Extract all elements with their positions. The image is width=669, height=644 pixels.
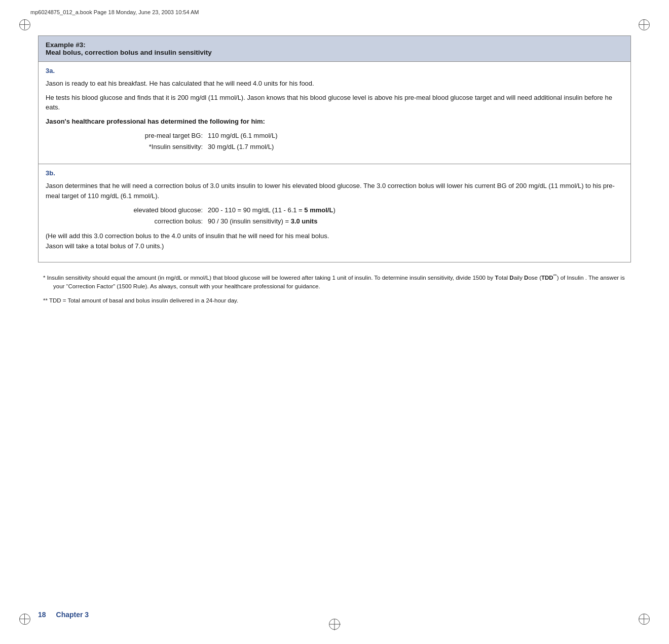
footnote-1-text3: aily xyxy=(514,275,524,281)
footnote-2-star: ** xyxy=(43,297,48,304)
corner-mark-tr xyxy=(639,19,650,30)
table-label-1: pre-meal target BG: xyxy=(106,130,208,141)
section-3b: 3b. Jason determines that he will need a… xyxy=(39,164,630,262)
section-3a-bold-line: Jason's healthcare professional has dete… xyxy=(46,117,623,127)
table-row-1: pre-meal target BG: 110 mg/dL (6.1 mmol/… xyxy=(106,130,623,141)
example-box: Example #3: Meal bolus, correction bolus… xyxy=(38,35,631,262)
crosshair-bl xyxy=(19,614,29,624)
section-3b-table-row1: elevated blood glucose: 200 - 110 = 90 m… xyxy=(106,205,623,216)
section-3a-para1: Jason is ready to eat his breakfast. He … xyxy=(46,79,623,89)
footnote-section: * Insulin sensitivity should equal the a… xyxy=(38,273,631,305)
table-label-2: *Insulin sensitivity: xyxy=(106,141,208,153)
file-header: mp6024875_012_a.book Page 18 Monday, Jun… xyxy=(30,9,639,15)
section-3b-value-1-bold: 5 mmol/L xyxy=(304,206,333,214)
footnote-2: ** TDD = Total amount of basal and bolus… xyxy=(43,296,626,305)
page-footer: 18 Chapter 3 xyxy=(38,611,89,619)
footnote-1-text: Insulin sensitivity should equal the amo… xyxy=(45,275,495,281)
corner-mark-bl xyxy=(19,614,30,625)
footnote-2-text: TDD = Total amount of basal and bolus in… xyxy=(48,297,238,304)
footnote-1-bold4: TDD xyxy=(541,275,553,281)
section-3b-value-2-normal: 90 / 30 (insulin sensitivity) = xyxy=(208,217,291,225)
example-title-line1: Example #3: xyxy=(46,41,623,49)
page: mp6024875_012_a.book Page 18 Monday, Jun… xyxy=(0,0,669,644)
section-3b-para1: Jason determines that he will need a cor… xyxy=(46,181,623,201)
footnote-1-text4: ose ( xyxy=(528,275,541,281)
chapter-label: Chapter 3 xyxy=(56,611,89,619)
footnote-1: * Insulin sensitivity should equal the a… xyxy=(43,273,626,291)
section-3b-para2: (He will add this 3.0 correction bolus t… xyxy=(46,231,623,251)
table-value-2: 30 mg/dL (1.7 mmol/L) xyxy=(208,141,623,153)
example-header: Example #3: Meal bolus, correction bolus… xyxy=(39,36,630,62)
section-3a: 3a. Jason is ready to eat his breakfast.… xyxy=(39,62,630,164)
section-3b-label: 3b. xyxy=(46,169,623,177)
section-3a-table: pre-meal target BG: 110 mg/dL (6.1 mmol/… xyxy=(106,130,623,153)
crosshair-tl xyxy=(19,19,29,29)
section-3b-table-row2: correction bolus: 90 / 30 (insulin sensi… xyxy=(106,216,623,227)
section-3a-label: 3a. xyxy=(46,67,623,74)
page-number: 18 xyxy=(38,611,46,619)
section-3b-value-1-end: ) xyxy=(333,206,335,214)
section-3b-table: elevated blood glucose: 200 - 110 = 90 m… xyxy=(106,205,623,227)
table-row-2: *Insulin sensitivity: 30 mg/dL (1.7 mmol… xyxy=(106,141,623,153)
section-3a-para2: He tests his blood glucose and finds tha… xyxy=(46,93,623,112)
section-3b-value-1: 200 - 110 = 90 mg/dL (11 - 6.1 = 5 mmol/… xyxy=(208,205,623,216)
center-bottom-crosshair xyxy=(329,619,340,630)
section-3b-value-1-normal: 200 - 110 = 90 mg/dL (11 - 6.1 = xyxy=(208,206,304,214)
content-area: Example #3: Meal bolus, correction bolus… xyxy=(38,35,631,603)
section-3b-label-1: elevated blood glucose: xyxy=(106,205,208,216)
footnote-1-bold2: D xyxy=(509,275,513,281)
footnote-1-text2: otal xyxy=(499,275,510,281)
corner-mark-tl xyxy=(19,19,30,30)
corner-mark-br xyxy=(639,614,650,625)
crosshair-tr xyxy=(639,19,649,29)
section-3b-label-2: correction bolus: xyxy=(106,216,208,227)
section-3b-para2-line1: (He will add this 3.0 correction bolus t… xyxy=(46,232,329,240)
section-3b-para2-line2: Jason will take a total bolus of 7.0 uni… xyxy=(46,242,164,250)
section-3b-value-2-bold: 3.0 units xyxy=(291,217,318,225)
file-header-text: mp6024875_012_a.book Page 18 Monday, Jun… xyxy=(30,9,199,15)
section-3b-value-2: 90 / 30 (insulin sensitivity) = 3.0 unit… xyxy=(208,216,623,227)
example-title-line2: Meal bolus, correction bolus and insulin… xyxy=(46,49,623,56)
table-value-1: 110 mg/dL (6.1 mmol/L) xyxy=(208,130,623,141)
crosshair-br xyxy=(639,614,649,624)
footnote-1-sup: ** xyxy=(553,273,557,278)
footnote-1-bold1: T xyxy=(495,275,499,281)
